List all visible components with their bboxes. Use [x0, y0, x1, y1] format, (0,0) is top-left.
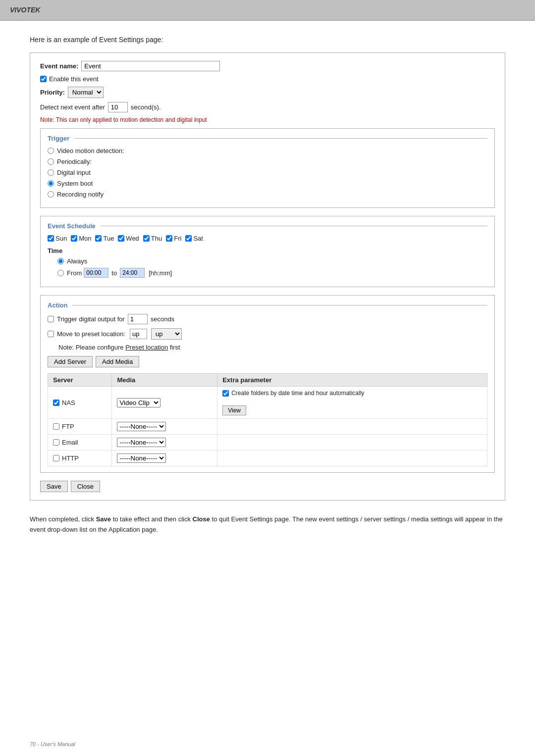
add-server-button[interactable]: Add Server — [48, 356, 93, 367]
time-to-input[interactable] — [120, 268, 145, 278]
day-tue-checkbox[interactable] — [95, 235, 102, 242]
brand-logo: VIVOTEK — [10, 6, 40, 14]
day-sat-checkbox[interactable] — [185, 235, 192, 242]
preset-location-link[interactable]: Preset location — [125, 344, 168, 351]
ftp-media-cell: -----None----- — [112, 419, 217, 435]
page-header: VIVOTEK — [0, 0, 535, 21]
priority-row: Priority: Normal Low High — [40, 87, 495, 98]
trigger-recording-notify-radio[interactable] — [48, 191, 54, 198]
trigger-digital-input-label: Digital input — [57, 169, 91, 176]
nas-view-button[interactable]: View — [222, 405, 246, 415]
email-media-select[interactable]: -----None----- — [117, 438, 166, 447]
bottom-buttons: Save Close — [40, 481, 495, 492]
day-thu-checkbox[interactable] — [143, 235, 150, 242]
http-checkbox[interactable] — [53, 455, 59, 461]
event-name-input[interactable] — [81, 61, 220, 71]
col-server: Server — [48, 374, 112, 387]
time-from-label: From — [67, 269, 82, 277]
nas-media-cell: Video Clip Snapshot System log — [112, 387, 217, 419]
http-media-cell: -----None----- — [112, 451, 217, 466]
day-wed-checkbox[interactable] — [118, 235, 124, 242]
trigger-periodically-radio[interactable] — [48, 158, 54, 165]
nas-media-select[interactable]: Video Clip Snapshot System log — [117, 398, 160, 407]
enable-checkbox[interactable] — [40, 76, 47, 82]
time-to-label: to — [111, 269, 117, 277]
action-title: Action — [48, 302, 487, 309]
email-extra-cell — [217, 435, 487, 451]
trigger-video-motion-radio[interactable] — [48, 148, 54, 154]
http-media-select[interactable]: -----None----- — [117, 454, 166, 463]
move-preset-select[interactable]: up down left right — [151, 328, 182, 340]
day-mon-label: Mon — [79, 235, 91, 242]
action-section: Action Trigger digital output for second… — [40, 295, 495, 473]
day-thu-label: Thu — [151, 235, 162, 242]
move-preset-value[interactable] — [130, 329, 147, 339]
day-fri-checkbox[interactable] — [166, 235, 172, 242]
time-always-radio[interactable] — [57, 258, 64, 264]
add-buttons-row: Add Server Add Media — [48, 356, 487, 367]
trigger-recording-notify: Recording notify — [48, 191, 487, 198]
day-tue-label: Tue — [103, 235, 114, 242]
save-button[interactable]: Save — [40, 481, 68, 492]
http-server-label: HTTP — [53, 454, 107, 462]
trigger-periodically: Periodically: — [48, 158, 487, 165]
email-server-name: Email — [62, 439, 78, 446]
trigger-recording-notify-label: Recording notify — [57, 191, 104, 198]
enable-label: Enable this event — [49, 75, 99, 83]
email-server-label: Email — [53, 439, 107, 446]
server-media-table: Server Media Extra parameter NAS — [48, 373, 487, 466]
day-sun-checkbox[interactable] — [48, 235, 54, 242]
col-media: Media — [112, 374, 217, 387]
email-server-cell: Email — [48, 435, 112, 451]
detect-input[interactable] — [108, 102, 128, 112]
day-tue: Tue — [95, 235, 114, 242]
time-always-label: Always — [67, 257, 87, 265]
ftp-extra-cell — [217, 419, 487, 435]
day-sat-label: Sat — [193, 235, 203, 242]
http-extra-cell — [217, 451, 487, 466]
trigger-section: Trigger Video motion detection: Periodic… — [40, 128, 495, 208]
nas-extra-cell: Create folders by date time and hour aut… — [217, 387, 487, 419]
email-checkbox[interactable] — [53, 439, 59, 446]
nas-server-cell: NAS — [48, 387, 112, 419]
add-media-button[interactable]: Add Media — [96, 356, 139, 367]
time-always-row: Always — [57, 257, 487, 265]
trigger-digital-suffix: seconds — [151, 315, 174, 323]
schedule-title: Event Schedule — [48, 222, 487, 230]
trigger-digital-checkbox[interactable] — [48, 316, 54, 322]
priority-select[interactable]: Normal Low High — [68, 87, 104, 98]
table-row: NAS Video Clip Snapshot System log — [48, 387, 487, 419]
nas-extra-checkbox[interactable] — [222, 390, 229, 397]
page-footer: 70 - User's Manual — [30, 741, 75, 747]
trigger-digital-label: Trigger digital output for — [57, 315, 125, 323]
time-from-input[interactable] — [84, 268, 108, 278]
table-row: HTTP -----None----- — [48, 451, 487, 466]
time-section: Time Always From to [hh:mm] — [48, 247, 487, 278]
day-mon-checkbox[interactable] — [71, 235, 77, 242]
day-sun-label: Sun — [55, 235, 67, 242]
move-preset-checkbox[interactable] — [48, 331, 54, 337]
time-from-radio[interactable] — [57, 270, 64, 276]
ftp-server-label: FTP — [53, 423, 107, 430]
table-row: Email -----None----- — [48, 435, 487, 451]
time-hhmm-label: [hh:mm] — [149, 269, 172, 277]
event-settings-form: Event name: Enable this event Priority: … — [30, 52, 505, 501]
table-row: FTP -----None----- — [48, 419, 487, 435]
trigger-system-boot-label: System boot — [57, 180, 93, 187]
email-media-cell: -----None----- — [112, 435, 217, 451]
trigger-video-motion-label: Video motion detection: — [57, 147, 124, 154]
ftp-media-select[interactable]: -----None----- — [117, 422, 166, 431]
trigger-digital-input-radio[interactable] — [48, 169, 54, 176]
trigger-system-boot-radio[interactable] — [48, 180, 54, 187]
day-fri-label: Fri — [174, 235, 181, 242]
day-wed-label: Wed — [126, 235, 139, 242]
day-wed: Wed — [118, 235, 139, 242]
nas-checkbox[interactable] — [53, 400, 59, 406]
ftp-checkbox[interactable] — [53, 423, 59, 430]
footer-paragraph: When completed, click Save to take effec… — [30, 514, 505, 535]
detect-label: Detect next event after — [40, 103, 105, 111]
schedule-days: Sun Mon Tue Wed — [48, 235, 487, 242]
close-button[interactable]: Close — [71, 481, 100, 492]
trigger-digital-value[interactable] — [128, 314, 148, 324]
time-from-row: From to [hh:mm] — [57, 268, 487, 278]
